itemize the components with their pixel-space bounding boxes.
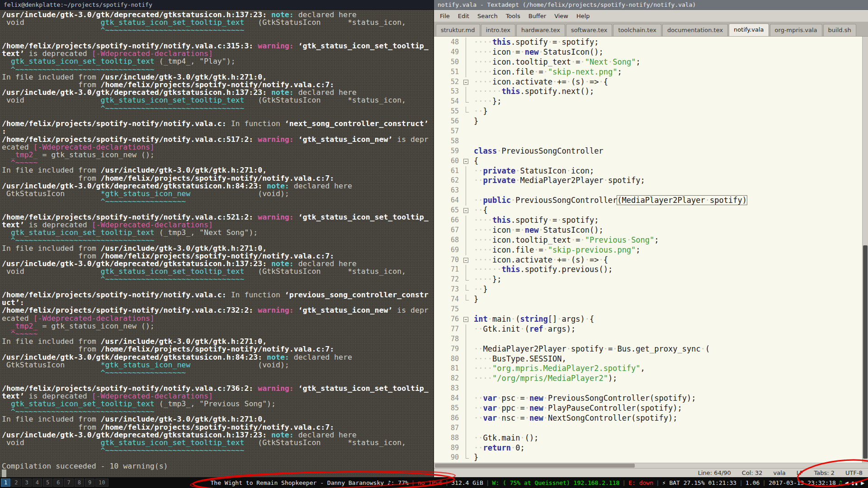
code-text[interactable]: class·PreviousSongController	[470, 146, 604, 156]
fold-margin[interactable]: −	[462, 77, 470, 87]
tab-build.sh[interactable]: build.sh	[823, 24, 856, 36]
fold-margin[interactable]	[462, 97, 470, 107]
code-text[interactable]: ····};	[470, 97, 501, 107]
tab-documentation.tex[interactable]: documentation.tex	[662, 24, 728, 36]
fold-margin[interactable]	[462, 117, 470, 127]
menu-help[interactable]: Help	[572, 11, 594, 21]
code-text[interactable]: ··var·ppc·=·new·PlayPauseController(spot…	[470, 404, 682, 413]
fold-margin[interactable]	[462, 67, 470, 77]
fold-margin[interactable]: −	[462, 206, 470, 216]
fold-margin[interactable]: −	[462, 156, 470, 166]
code-text[interactable]: ··{	[470, 206, 488, 216]
vertical-scrollbar-thumb[interactable]	[863, 245, 868, 459]
workspace-button-1[interactable]: 1	[1, 479, 10, 487]
fold-margin[interactable]	[462, 453, 470, 463]
fold-margin[interactable]	[462, 146, 470, 156]
fold-margin[interactable]	[462, 136, 470, 146]
fold-margin[interactable]	[462, 107, 470, 117]
code-text[interactable]: ··private·MediaPlayer2Player·spotify;	[470, 176, 645, 186]
code-text[interactable]: ····icon·=·new·StatusIcon();	[470, 47, 604, 57]
code-text[interactable]: }	[470, 295, 478, 305]
fold-margin[interactable]	[462, 275, 470, 285]
menu-file[interactable]: File	[436, 11, 454, 21]
terminal-titlebar[interactable]: felix@denkplatte:~/projects/spotify-noti…	[0, 0, 434, 10]
fold-margin[interactable]	[462, 225, 470, 235]
tab-struktur.md[interactable]: struktur.md	[436, 24, 480, 36]
code-text[interactable]: ··return·0;	[470, 443, 525, 453]
tab-intro.tex[interactable]: intro.tex	[481, 24, 515, 36]
fold-margin[interactable]	[462, 443, 470, 453]
code-view[interactable]: 48····this.spotify·=·spotify;49····icon·…	[434, 37, 862, 463]
fold-margin[interactable]	[462, 57, 470, 67]
workspace-button-9[interactable]: 9	[85, 479, 94, 487]
fold-margin[interactable]	[462, 374, 470, 384]
workspace-button-8[interactable]: 8	[75, 479, 84, 487]
code-text[interactable]: ··var·nsc·=·new·NextSongController(spoti…	[470, 413, 677, 423]
fold-margin[interactable]	[462, 364, 470, 374]
editor-titlebar[interactable]: notify.vala - Textadept (/home/felix/pro…	[434, 0, 868, 10]
fold-margin[interactable]	[462, 127, 470, 136]
menu-edit[interactable]: Edit	[454, 11, 473, 21]
fold-margin[interactable]	[462, 166, 470, 176]
workspace-button-3[interactable]: 3	[22, 479, 31, 487]
code-text[interactable]: ··var·psc·=·new·PreviousSongController(s…	[470, 394, 696, 404]
code-text[interactable]: ······this.spotify.next();	[470, 87, 594, 97]
fold-margin[interactable]	[462, 384, 470, 394]
code-text[interactable]: ····"/org/mpris/MediaPlayer2");	[470, 374, 617, 384]
workspace-button-10[interactable]: 10	[95, 479, 108, 487]
fold-margin[interactable]	[462, 423, 470, 433]
code-text[interactable]	[470, 127, 474, 136]
code-text[interactable]: ··MediaPlayer2Player·spotify·=·Bus.get_p…	[470, 344, 710, 354]
code-text[interactable]	[470, 384, 474, 394]
fold-margin[interactable]	[462, 334, 470, 344]
code-text[interactable]: ··private·StatusIcon·icon;	[470, 166, 594, 176]
code-text[interactable]	[470, 186, 474, 196]
fold-margin[interactable]	[462, 196, 470, 206]
code-text[interactable]: ····icon.tooltip_text·=·"Previous·Song";	[470, 235, 659, 245]
workspace-button-5[interactable]: 5	[43, 479, 52, 487]
code-text[interactable]: }	[470, 453, 478, 463]
menu-tools[interactable]: Tools	[502, 11, 524, 21]
workspace-button-2[interactable]: 2	[11, 479, 21, 487]
workspace-button-6[interactable]: 6	[53, 479, 63, 487]
fold-margin[interactable]	[462, 413, 470, 423]
code-text[interactable]	[470, 305, 474, 314]
fold-margin[interactable]	[462, 354, 470, 364]
fold-margin[interactable]	[462, 404, 470, 413]
code-text[interactable]: ····this.spotify·=·spotify;	[470, 216, 599, 225]
code-text[interactable]: int·main·(string[]·args)·{	[470, 314, 594, 324]
tab-notify.vala[interactable]: notify.vala	[729, 23, 769, 36]
menu-buffer[interactable]: Buffer	[524, 11, 550, 21]
editor-area[interactable]: 48····this.spotify·=·spotify;49····icon·…	[434, 37, 868, 463]
fold-margin[interactable]	[462, 305, 470, 314]
fold-margin[interactable]	[462, 186, 470, 196]
code-text[interactable]: ····icon.file·=·"skip-next.png";	[470, 67, 622, 77]
code-text[interactable]	[470, 136, 474, 146]
tab-hardware.tex[interactable]: hardware.tex	[516, 24, 565, 36]
fold-margin[interactable]	[462, 47, 470, 57]
fold-margin[interactable]	[462, 295, 470, 305]
code-text[interactable]: }	[470, 117, 478, 127]
workspace-button-4[interactable]: 4	[33, 479, 42, 487]
code-text[interactable]: ······this.spotify.previous();	[470, 265, 613, 275]
code-text[interactable]: ··Gtk.init·(ref·args);	[470, 324, 576, 334]
code-text[interactable]	[470, 423, 474, 433]
code-text[interactable]: ····icon.activate·+=·(s)·=>·{	[470, 255, 608, 265]
tab-org-mpris.vala[interactable]: org-mpris.vala	[770, 24, 822, 36]
code-text[interactable]: ··}	[470, 107, 488, 117]
code-text[interactable]: ··public·PreviousSongController(MediaPla…	[470, 196, 747, 206]
workspace-button-7[interactable]: 7	[64, 479, 73, 487]
tab-toolchain.tex[interactable]: toolchain.tex	[613, 24, 661, 36]
horizontal-scrollbar[interactable]	[434, 463, 868, 468]
fold-margin[interactable]	[462, 265, 470, 275]
fold-margin[interactable]: −	[462, 255, 470, 265]
fold-margin[interactable]	[462, 216, 470, 225]
code-text[interactable]: ····BusType.SESSION,	[470, 354, 566, 364]
fold-margin[interactable]	[462, 285, 470, 295]
terminal-output[interactable]: /usr/include/gtk-3.0/gtk/deprecated/gtks…	[0, 10, 434, 477]
code-text[interactable]	[470, 334, 474, 344]
fold-margin[interactable]	[462, 245, 470, 255]
fold-margin[interactable]	[462, 176, 470, 186]
fold-margin[interactable]	[462, 433, 470, 443]
fold-margin[interactable]: −	[462, 314, 470, 324]
